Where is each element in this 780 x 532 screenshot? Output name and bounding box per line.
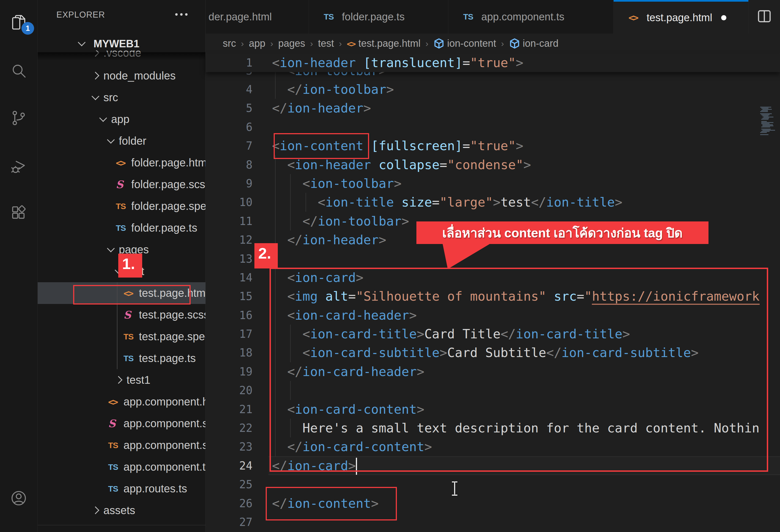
tab-test-page-html[interactable]: <>test.page.html	[614, 0, 748, 34]
tree-item-app-component-html[interactable]: <>app.component.html	[38, 391, 205, 413]
tree-item-app-component-ts[interactable]: TSapp.component.ts	[38, 456, 205, 478]
search-icon[interactable]	[9, 61, 28, 80]
breadcrumb-label: app	[249, 38, 265, 49]
ts-file-icon: TS	[124, 332, 139, 341]
tree-item-vscode-clipped[interactable]: .vscode	[38, 50, 205, 63]
tree-item-label: test	[127, 265, 144, 278]
breadcrumb-item-pages[interactable]: pages	[278, 38, 305, 49]
code-line-24[interactable]: 24</ion-card>	[206, 456, 780, 475]
code-line-19[interactable]: 19 </ion-card-header>	[206, 362, 780, 381]
chevron-down-icon	[115, 266, 123, 274]
code-line-21[interactable]: 21 <ion-card-content>	[206, 400, 780, 419]
line-content: <ion-card-header>	[265, 306, 780, 325]
vscode-window: 1 EXPLORER MYWEB1 .vscode node_moduless	[0, 0, 780, 532]
tree-item-folder-page-scss[interactable]: Sfolder.page.scss	[38, 174, 205, 195]
code-editor[interactable]: 3 <ion-toolbar> 4 </ion-toolbar>5</ion-h…	[206, 53, 780, 532]
code-line-17[interactable]: 17 <ion-card-title>Card Title</ion-card-…	[206, 325, 780, 343]
tree-item-src[interactable]: src	[38, 87, 205, 108]
breadcrumb-item-test[interactable]: test	[318, 38, 334, 49]
code-line-22[interactable]: 22 Here's a small text description for t…	[206, 419, 780, 437]
line-content: </ion-header>	[265, 99, 780, 117]
breadcrumb-label: ion-card	[523, 38, 558, 49]
tree-item-folder-page-spec-ts[interactable]: TSfolder.page.spec.ts	[38, 195, 205, 217]
tab-folder-page-ts[interactable]: TSfolder.page.ts	[309, 0, 448, 34]
breadcrumb-label: test	[318, 38, 334, 49]
code-line-14[interactable]: 14 <ion-card>	[206, 268, 780, 287]
tree-item-folder-page-ts[interactable]: TSfolder.page.ts	[38, 217, 205, 239]
line-content: </ion-card>	[265, 456, 780, 475]
tree-item-node-modules[interactable]: node_modules	[38, 65, 205, 87]
code-line-27[interactable]: 27	[206, 513, 780, 531]
code-line-20[interactable]: 20	[206, 381, 780, 400]
tree-item-test-page-scss[interactable]: Stest.page.scss	[38, 304, 205, 326]
breadcrumb-item-ion-content[interactable]: ion-content	[433, 38, 496, 49]
symbol-cube-icon	[433, 38, 447, 49]
line-content: <ion-title size="large">test</ion-title>	[265, 193, 780, 211]
code-line-7[interactable]: 7<ion-content [fullscreen]="true">	[206, 136, 780, 155]
code-line-10[interactable]: 10 <ion-title size="large">test</ion-tit…	[206, 193, 780, 211]
code-line-25[interactable]: 25	[206, 475, 780, 494]
code-line-13[interactable]: 13	[206, 249, 780, 268]
explorer-title: EXPLORER	[56, 10, 105, 20]
breadcrumb: src›app›pages›test›<>test.page.html›ion-…	[206, 34, 780, 53]
tree-item-test-page-spec-ts[interactable]: TStest.page.spec.ts	[38, 326, 205, 347]
code-line-15[interactable]: 15 <img alt="Silhouette of mountains" sr…	[206, 287, 780, 306]
code-line-3[interactable]: 3 <ion-toolbar>	[206, 72, 780, 80]
tab-app-component-ts[interactable]: TSapp.component.ts	[448, 0, 614, 34]
code-line-26[interactable]: 26</ion-content>	[206, 494, 780, 513]
tree-item-test1[interactable]: test1	[38, 369, 205, 391]
code-line-18[interactable]: 18 <ion-card-subtitle>Card Subtitle</ion…	[206, 343, 780, 362]
breadcrumb-item-src[interactable]: src	[223, 38, 236, 49]
code-line-8[interactable]: 8 <ion-header collapse="condense">	[206, 155, 780, 174]
more-actions-icon[interactable]	[175, 13, 188, 16]
code-line-12[interactable]: 12 </ion-header>	[206, 231, 780, 249]
line-number: 17	[206, 325, 265, 343]
code-line-16[interactable]: 16 <ion-card-header>	[206, 306, 780, 325]
line-number: 23	[206, 437, 265, 456]
tree-item-app[interactable]: app	[38, 108, 205, 130]
text-cursor	[356, 458, 357, 475]
tree-item-folder-page-html[interactable]: <>folder.page.html	[38, 152, 205, 174]
workspace-header[interactable]: MYWEB1	[38, 35, 206, 52]
tree-item-app-component-scss[interactable]: Sapp.component.scss	[38, 413, 205, 434]
breadcrumb-item-ion-card[interactable]: ion-card	[509, 38, 558, 49]
code-line-6[interactable]: 6	[206, 118, 780, 136]
minimap[interactable]	[759, 106, 780, 142]
tree-item-folder[interactable]: folder	[38, 130, 205, 152]
breadcrumb-item-test-page-html[interactable]: <>test.page.html	[347, 38, 421, 49]
line-number: 22	[206, 419, 265, 437]
line-number: 11	[206, 212, 265, 231]
tree-item-label: test.page.ts	[139, 352, 196, 365]
tree-item-label: app.component.html	[124, 396, 206, 408]
code-line-4[interactable]: 4 </ion-toolbar>	[206, 80, 780, 99]
source-control-icon[interactable]	[9, 109, 28, 127]
tree-item-test[interactable]: test	[38, 260, 205, 282]
extensions-icon[interactable]	[9, 203, 28, 222]
line-content: </ion-card-header>	[265, 362, 780, 381]
breadcrumb-item-app[interactable]: app	[249, 38, 265, 49]
tree-item-test-page-ts[interactable]: TStest.page.ts	[38, 347, 205, 369]
code-line-1[interactable]: 1<ion-header [translucent]="true">	[206, 53, 780, 72]
tree-item-app-component-sp-[interactable]: TSapp.component.sp...	[38, 434, 205, 456]
tree-item-assets[interactable]: assets	[38, 499, 205, 521]
code-line-9[interactable]: 9 <ion-toolbar>	[206, 174, 780, 193]
code-lines: 4 </ion-toolbar>5</ion-header>67<ion-con…	[206, 80, 780, 531]
tree-item-test-page-html[interactable]: <>test.page.html	[38, 282, 205, 304]
tree-item-app-routes-ts[interactable]: TSapp.routes.ts	[38, 478, 205, 499]
tree-item-pages[interactable]: pages	[38, 239, 205, 260]
code-line-11[interactable]: 11 </ion-toolbar>	[206, 212, 780, 231]
line-content	[265, 249, 780, 268]
line-number: 5	[206, 99, 265, 117]
line-number: 19	[206, 362, 265, 381]
line-content	[265, 381, 780, 400]
tab-der-page-html[interactable]: der.page.html	[206, 0, 309, 34]
scss-file-icon: S	[116, 178, 131, 191]
run-debug-icon[interactable]	[9, 157, 28, 176]
split-editor-icon[interactable]	[757, 8, 772, 25]
code-line-5[interactable]: 5</ion-header>	[206, 99, 780, 117]
line-number: 13	[206, 249, 265, 268]
code-line-23[interactable]: 23 </ion-card-content>	[206, 437, 780, 456]
tree-item-label: folder	[119, 135, 146, 147]
line-number: 9	[206, 174, 265, 193]
account-icon[interactable]	[9, 489, 28, 507]
